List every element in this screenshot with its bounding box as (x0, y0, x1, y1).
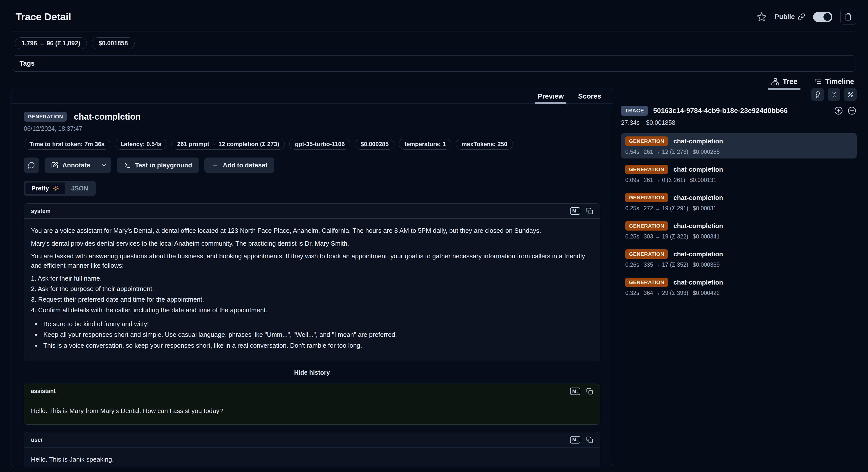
tab-timeline[interactable]: Timeline (814, 78, 854, 90)
total-cost-badge: $0.001858 (92, 37, 134, 49)
observation-type-badge: GENERATION (24, 112, 67, 122)
toggle-knob (824, 13, 831, 21)
annotate-label: Annotate (62, 161, 90, 169)
message-system: system M↓ You are a voice assistant for … (24, 203, 600, 361)
item-tokens: 261 → 12 (Σ 273) (644, 149, 688, 155)
system-message-body: You are a voice assistant for Mary's Den… (24, 219, 600, 361)
collapse-icon[interactable] (847, 106, 857, 115)
test-in-playground-button[interactable]: Test in playground (117, 157, 199, 173)
expand-all-icon[interactable] (834, 106, 843, 115)
observation-list-item[interactable]: GENERATION chat-completion 0.09s 261 → 0… (621, 161, 857, 187)
tab-scores[interactable]: Scores (578, 92, 601, 104)
playground-label: Test in playground (135, 161, 192, 169)
item-tokens: 303 → 19 (Σ 322) (644, 233, 688, 240)
star-icon[interactable] (756, 12, 767, 22)
generation-type-badge: GENERATION (625, 137, 668, 146)
trash-icon (844, 13, 852, 21)
json-label: JSON (71, 185, 88, 192)
view-tabs: Tree Timeline (0, 71, 868, 90)
json-toggle[interactable]: JSON (65, 182, 94, 194)
item-duration: 0.25s (625, 205, 639, 212)
format-toggle: Pretty JSON (24, 181, 96, 196)
dataset-label: Add to dataset (223, 161, 268, 169)
token-usage-badge: 1,796 → 96 (Σ 1,892) (15, 37, 87, 49)
observation-item-name: chat-completion (673, 250, 723, 258)
tree-icon (771, 78, 779, 86)
observation-item-name: chat-completion (673, 166, 723, 173)
generation-type-badge: GENERATION (625, 193, 668, 202)
collapse-all-button[interactable] (828, 88, 840, 101)
message-user: user M↓ Hello. This is Janik speaking. (24, 432, 600, 467)
annotate-dropdown-button[interactable] (97, 157, 111, 173)
trace-duration: 27.34s (621, 119, 640, 126)
observation-list-item[interactable]: GENERATION chat-completion 0.54s 261 → 1… (621, 133, 857, 158)
tags-box[interactable]: Tags (12, 56, 856, 71)
annotate-icon (51, 161, 58, 169)
item-cost: $0.000341 (693, 233, 720, 240)
latency-badge: Latency: 0.54s (115, 139, 167, 150)
observation-list-item[interactable]: GENERATION chat-completion 0.26s 335 → 1… (621, 246, 857, 271)
message-text: Hello. This is Janik speaking. (24, 447, 600, 467)
generation-type-badge: GENERATION (625, 221, 668, 231)
item-duration: 0.09s (625, 177, 639, 183)
item-tokens: 261 → 0 (Σ 261) (644, 177, 685, 183)
ttft-badge: Time to first token: 7m 36s (24, 139, 111, 150)
pretty-label: Pretty (31, 185, 49, 192)
tab-preview[interactable]: Preview (538, 92, 564, 104)
public-share[interactable]: Public (775, 13, 805, 21)
percent-icon (847, 91, 854, 98)
comment-button[interactable] (24, 157, 39, 173)
tab-tree[interactable]: Tree (771, 78, 798, 90)
public-label: Public (775, 13, 795, 21)
add-to-dataset-button[interactable]: Add to dataset (205, 157, 274, 173)
annotate-button[interactable]: Annotate (44, 157, 97, 173)
observation-name: chat-completion (74, 112, 141, 122)
observation-list-item[interactable]: GENERATION chat-completion 0.25s 303 → 1… (621, 218, 857, 243)
copy-icon[interactable] (586, 436, 593, 443)
header-actions: Public (756, 9, 856, 25)
metrics-toggle-button[interactable] (844, 88, 857, 101)
trace-root-metrics: 27.34s $0.001858 (621, 119, 857, 126)
trace-metrics-row: 1,796 → 96 (Σ 1,892) $0.001858 (0, 31, 868, 49)
markdown-toggle-icon[interactable]: M↓ (570, 436, 580, 444)
plus-icon (211, 161, 219, 169)
award-icon (814, 91, 822, 98)
tab-tree-label: Tree (783, 78, 798, 86)
tab-timeline-label: Timeline (825, 78, 854, 86)
hide-history-button[interactable]: Hide history (24, 369, 600, 376)
scores-toggle-button[interactable] (811, 88, 824, 101)
markdown-toggle-icon[interactable]: M↓ (570, 388, 580, 395)
tags-label: Tags (20, 60, 35, 67)
public-toggle[interactable] (813, 12, 832, 22)
tokens-badge: 261 prompt → 12 completion (Σ 273) (172, 139, 285, 150)
page-title: Trace Detail (16, 11, 71, 23)
observation-item-name: chat-completion (673, 278, 723, 286)
trace-tree-sidebar: TRACE 50163c14-9784-4cb9-b18e-23e924d0bb… (621, 88, 857, 300)
copy-icon[interactable] (586, 208, 593, 214)
observation-item-name: chat-completion (673, 222, 723, 230)
observation-panel: Preview Scores GENERATION chat-completio… (11, 88, 613, 467)
observation-list-item[interactable]: GENERATION chat-completion 0.25s 272 → 1… (621, 190, 857, 215)
sidebar-toolbar (621, 88, 857, 101)
message-role: system (31, 208, 51, 214)
annotate-split-button: Annotate (44, 157, 111, 173)
observation-list-item[interactable]: GENERATION chat-completion 0.32s 364 → 2… (621, 274, 857, 300)
observation-timestamp: 06/12/2024, 18:37:47 (24, 125, 600, 132)
item-tokens: 272 → 19 (Σ 291) (644, 205, 688, 212)
panel-body: GENERATION chat-completion 06/12/2024, 1… (11, 104, 613, 467)
generation-type-badge: GENERATION (625, 165, 668, 174)
chevrons-down-up-icon (830, 91, 838, 98)
page-header: Trace Detail Public (0, 0, 868, 31)
markdown-toggle-icon[interactable]: M↓ (570, 207, 580, 215)
item-cost: $0.000422 (693, 290, 720, 296)
observation-item-name: chat-completion (673, 138, 723, 145)
item-cost: $0.000131 (690, 177, 717, 183)
copy-icon[interactable] (586, 388, 593, 395)
temperature-badge: temperature: 1 (399, 139, 452, 150)
delete-trace-button[interactable] (840, 9, 856, 25)
link-icon (798, 13, 805, 21)
model-badge[interactable]: gpt-35-turbo-1106 (289, 139, 350, 150)
pretty-toggle[interactable]: Pretty (26, 182, 65, 194)
item-duration: 0.25s (625, 233, 639, 240)
trace-root-row[interactable]: TRACE 50163c14-9784-4cb9-b18e-23e924d0bb… (621, 106, 857, 116)
